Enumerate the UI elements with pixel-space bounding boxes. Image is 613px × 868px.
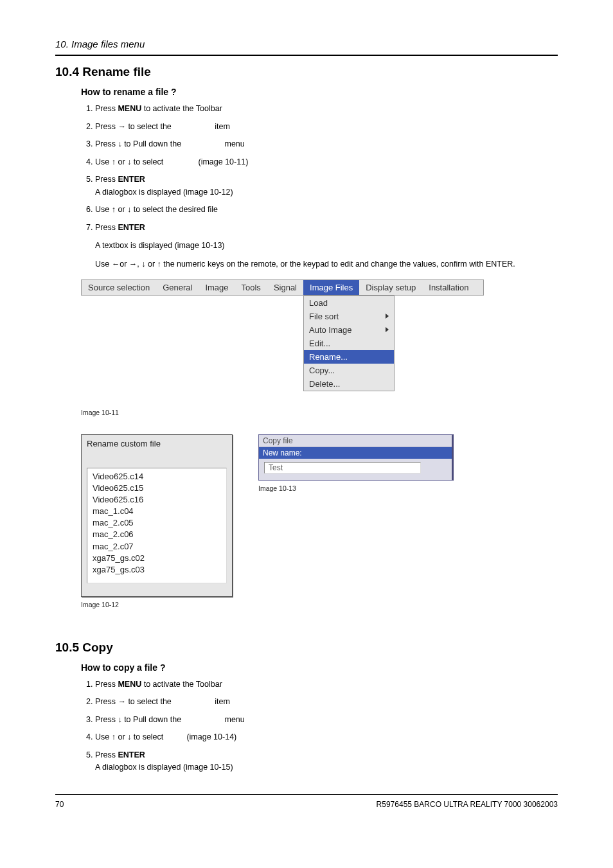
dropdown-item-edit[interactable]: Edit... [304, 337, 394, 350]
menu-item-image-files[interactable]: Image Files [303, 280, 359, 295]
subheading-copy: How to copy a file ? [55, 662, 558, 673]
caption-10-12: Image 10-12 [81, 601, 233, 608]
caption-10-13: Image 10-13 [258, 484, 558, 492]
dropdown-item-load[interactable]: Load [304, 296, 394, 310]
footer-divider [55, 794, 558, 795]
doc-id: R5976455 BARCO ULTRA REALITY 7000 300620… [377, 800, 558, 809]
subheading-rename: How to rename a file ? [55, 87, 558, 97]
file-list-item[interactable]: mac_2.c05 [93, 517, 221, 529]
chapter-header: 10. Image files menu [55, 39, 558, 49]
submenu-arrow-icon [386, 314, 389, 319]
step-item: Press MENU to activate the Toolbar [95, 679, 558, 691]
step-item: Use ↑ or ↓ to select the desired file [95, 204, 558, 216]
figure-10-11: Source selectionGeneralImageToolsSignalI… [81, 279, 558, 405]
dropdown-item-rename[interactable]: Rename... [304, 350, 394, 364]
file-list-item[interactable]: xga75_gs.c03 [93, 564, 221, 576]
file-listbox[interactable]: Video625.c14Video625.c15Video625.c16mac_… [87, 468, 227, 583]
menu-item-display-setup[interactable]: Display setup [359, 280, 422, 295]
step-item: Use ↑ or ↓ to select Rename (image 10-11… [95, 157, 558, 168]
step-item: Press ENTER [95, 222, 558, 234]
rename-dialog-title: Rename custom file [87, 438, 227, 448]
submenu-arrow-icon [386, 327, 389, 332]
steps-rename: Press MENU to activate the ToolbarPress … [81, 103, 558, 233]
dropdown-item-delete[interactable]: Delete... [304, 377, 394, 391]
footer: 70 R5976455 BARCO ULTRA REALITY 7000 300… [55, 790, 558, 809]
toolbar-menubar: Source selectionGeneralImageToolsSignalI… [81, 279, 484, 296]
dropdown-item-copy[interactable]: Copy... [304, 364, 394, 377]
menu-item-tools[interactable]: Tools [235, 280, 267, 295]
caption-10-11: Image 10-11 [81, 409, 558, 416]
tail-text-1: A textbox is displayed (image 10-13) [95, 240, 558, 252]
step-item: Press MENU to activate the Toolbar [95, 103, 558, 115]
divider [55, 55, 558, 56]
copyfile-dialog: Copy file New name: Test [258, 434, 454, 481]
file-list-item[interactable]: Video625.c16 [93, 494, 221, 506]
section-heading-10-4: 10.4 Rename file [55, 65, 558, 79]
copyfile-dialog-title: Copy file [259, 435, 452, 447]
menu-item-general[interactable]: General [156, 280, 199, 295]
newname-input[interactable]: Test [264, 462, 421, 474]
image-files-dropdown: LoadFile sortAuto ImageEdit...Rename...C… [303, 296, 395, 391]
step-item: Press → to select the Image files item [95, 121, 558, 133]
steps-copy: Press MENU to activate the ToolbarPress … [81, 679, 558, 774]
file-list-item[interactable]: mac_1.c04 [93, 506, 221, 517]
figure-10-13-wrap: Copy file New name: Test Image 10-13 [258, 434, 558, 608]
tail-text-2: Use ←or →, ↓ or ↑ the numeric keys on th… [95, 258, 558, 270]
file-list-item[interactable]: mac_2.c07 [93, 541, 221, 553]
menu-item-source-selection[interactable]: Source selection [82, 280, 156, 295]
menu-item-signal[interactable]: Signal [267, 280, 303, 295]
newname-label: New name: [259, 447, 452, 459]
step-item: Press ENTERA dialogbox is displayed (ima… [95, 750, 558, 774]
section-heading-10-5: 10.5 Copy [55, 641, 558, 655]
file-list-item[interactable]: xga75_gs.c02 [93, 553, 221, 564]
figure-10-12-wrap: Rename custom file Video625.c14Video625.… [81, 434, 233, 608]
menu-item-installation[interactable]: Installation [422, 280, 475, 295]
file-list-item[interactable]: mac_2.c06 [93, 529, 221, 540]
step-item: Press ENTERA dialogbox is displayed (ima… [95, 174, 558, 198]
menu-item-image[interactable]: Image [199, 280, 235, 295]
dropdown-item-file-sort[interactable]: File sort [304, 310, 394, 323]
file-list-item[interactable]: Video625.c15 [93, 483, 221, 494]
dropdown-item-auto-image[interactable]: Auto Image [304, 323, 394, 337]
page-number: 70 [55, 800, 64, 809]
rename-dialog: Rename custom file Video625.c14Video625.… [81, 434, 233, 597]
step-item: Use ↑ or ↓ to select Copy (image 10-14) [95, 732, 558, 743]
step-item: Press ↓ to Pull down the Image files men… [95, 714, 558, 726]
step-item: Press → to select the Image files item [95, 696, 558, 708]
file-list-item[interactable]: Video625.c14 [93, 471, 221, 483]
step-item: Press ↓ to Pull down the Image files men… [95, 139, 558, 150]
